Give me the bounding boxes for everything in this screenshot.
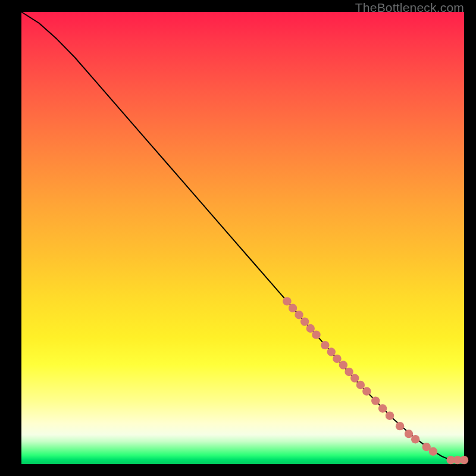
chart-stage: TheBottleneck.com — [0, 0, 476, 476]
data-marker — [429, 447, 437, 456]
data-marker — [405, 430, 413, 438]
data-marker — [371, 396, 380, 405]
data-marker — [339, 361, 347, 369]
curve-line — [21, 12, 464, 460]
data-marker — [300, 317, 309, 325]
data-marker — [386, 411, 394, 419]
data-marker — [460, 456, 468, 464]
data-marker — [350, 374, 359, 382]
marker-group — [283, 297, 468, 464]
data-marker — [411, 435, 419, 443]
data-marker — [327, 347, 336, 356]
data-marker — [345, 368, 353, 376]
data-marker — [396, 422, 404, 430]
chart-svg — [21, 12, 464, 464]
data-marker — [321, 341, 329, 349]
data-marker — [362, 387, 371, 395]
data-marker — [289, 304, 297, 312]
plot-area — [21, 12, 464, 464]
data-marker — [378, 404, 387, 412]
data-marker — [356, 381, 365, 389]
data-marker — [312, 330, 320, 339]
data-marker — [306, 324, 315, 333]
data-marker — [283, 297, 291, 305]
data-marker — [333, 355, 341, 363]
data-marker — [295, 311, 303, 319]
